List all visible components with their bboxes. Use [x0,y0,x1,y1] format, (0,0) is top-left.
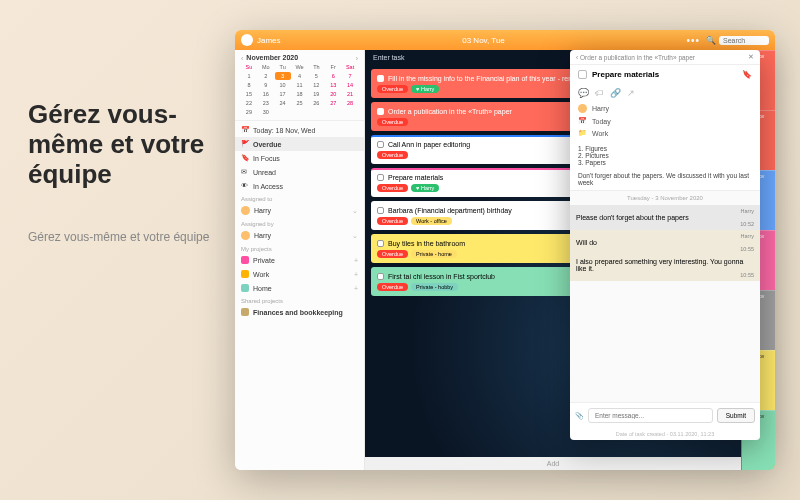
task-pill: Overdue [377,283,408,291]
task-title: First tai chi lesson in Fist sportclub [388,273,495,280]
sidebar-project[interactable]: Home+ [235,281,364,295]
popup-breadcrumb[interactable]: Order a publication in the «Truth» paper [580,54,695,61]
task-detail-popup: ‹ Order a publication in the «Truth» pap… [570,50,760,440]
sidebar-today-label: Today: 18 Nov, Wed [253,127,315,134]
popup-notes-extra: Don't forger about the papers. We discus… [578,172,752,186]
chat-message: HarryPlease don't forget about the paper… [570,205,760,230]
msg-time: 10:52 [576,221,754,227]
bookmark-icon[interactable]: 🔖 [742,70,752,79]
plus-icon[interactable]: + [354,271,358,278]
sidebar-item-unread[interactable]: ✉Unread [235,165,364,179]
task-pill: ♥ Harry [411,184,439,192]
plus-icon[interactable]: + [354,257,358,264]
overdue-icon: 🚩 [241,140,249,148]
task-checkbox[interactable] [377,174,384,181]
task-title: Prepare materials [388,174,443,181]
comment-icon[interactable]: 💬 [578,88,589,98]
avatar-icon [241,231,250,240]
submit-button[interactable]: Submit [717,408,755,423]
tag-icon[interactable]: 🏷 [595,88,604,98]
task-pill: Private - hobby [411,283,458,291]
msg-time: 10:55 [576,246,754,252]
msg-text: Will do [576,239,754,246]
chevron-down-icon[interactable]: ⌄ [352,232,358,240]
task-pill: Overdue [377,250,408,258]
sidebar-item-overdue[interactable]: 🚩Overdue [235,137,364,151]
sidebar-project[interactable]: Private+ [235,253,364,267]
task-title: Call Ann in paper editoring [388,141,470,148]
topbar-date: 03 Nov, Tue [281,36,687,45]
chat-date: Tuesday - 3 November 2020 [570,191,760,205]
color-swatch [241,270,249,278]
popup-title: Prepare materials [592,70,659,79]
popup-assignee[interactable]: Harry [578,102,752,115]
sidebar-section-shared: Shared projects [235,295,364,305]
sidebar-item-in-focus[interactable]: 🔖In Focus [235,151,364,165]
cal-prev-icon[interactable]: ‹ [241,55,243,62]
chat-message: I also prepared something very interesti… [570,255,760,281]
chat-message: HarryWill do10:55 [570,230,760,255]
focus-icon: 🔖 [241,154,249,162]
search-input[interactable] [719,36,769,45]
avatar-icon [578,104,587,113]
task-pill: Overdue [377,85,408,93]
link-icon[interactable]: 🔗 [610,88,621,98]
sidebar-section-assigned-by: Assigned by [235,218,364,228]
task-pill: Private - home [411,250,457,258]
task-checkbox[interactable] [578,70,587,79]
task-title: Barbara (Financial department) birthday [388,207,512,214]
popup-project[interactable]: 📁Work [578,127,752,139]
add-task-button[interactable]: Add [365,457,741,470]
sidebar: ‹ November 2020 › SuMoTuWeThFrSat1234567… [235,50,365,470]
sidebar-section-assigned-to: Assigned to [235,193,364,203]
topbar-user[interactable]: James [257,36,281,45]
calendar-icon: 📅 [241,126,249,134]
task-title: Buy tiles in the bathroom [388,240,465,247]
message-input[interactable] [588,408,713,423]
sidebar-shared-project[interactable]: Finances and bookkeeping [235,305,364,319]
topbar: James 03 Nov, Tue ••• 🔍 [235,30,775,50]
avatar[interactable] [241,34,253,46]
sidebar-project[interactable]: Work+ [235,267,364,281]
color-swatch [241,308,249,316]
avatar-icon [241,206,250,215]
task-pill: Overdue [377,151,408,159]
task-checkbox[interactable] [377,240,384,247]
access-icon: 👁 [241,182,249,190]
close-icon[interactable]: ✕ [748,53,754,61]
task-pill: Overdue [377,184,408,192]
task-title: Order a publication in the «Truth» paper [388,108,512,115]
share-icon[interactable]: ↗ [627,88,635,98]
task-checkbox[interactable] [377,108,384,115]
cal-title: November 2020 [246,54,298,61]
folder-icon: 📁 [578,129,587,137]
sidebar-assigned-by[interactable]: Harry ⌄ [235,228,364,243]
calendar-icon: 📅 [578,117,587,125]
popup-notes-list: 1. Figures 2. Pictures 3. Papers [578,145,752,166]
cal-next-icon[interactable]: › [356,55,358,62]
popup-footer: Date of task created - 03.11.2020, 11:23 [570,428,760,440]
back-icon[interactable]: ‹ [576,54,578,61]
msg-text: I also prepared something very interesti… [576,258,754,272]
hero-sub: Gérez vous-même et votre équipe [28,230,228,244]
topbar-menu-icon[interactable]: ••• [686,35,700,46]
search-icon[interactable]: 🔍 [706,36,716,45]
color-swatch [241,284,249,292]
mini-calendar[interactable]: ‹ November 2020 › SuMoTuWeThFrSat1234567… [235,50,364,121]
sidebar-section-projects: My projects [235,243,364,253]
popup-due[interactable]: 📅Today [578,115,752,127]
task-checkbox[interactable] [377,141,384,148]
plus-icon[interactable]: + [354,285,358,292]
msg-text: Please don't forget about the papers [576,214,754,221]
chevron-down-icon[interactable]: ⌄ [352,207,358,215]
unread-icon: ✉ [241,168,249,176]
task-checkbox[interactable] [377,75,384,82]
task-checkbox[interactable] [377,207,384,214]
task-pill: Overdue [377,217,408,225]
color-swatch [241,256,249,264]
attach-icon[interactable]: 📎 [575,412,584,420]
task-checkbox[interactable] [377,273,384,280]
sidebar-assigned-to[interactable]: Harry ⌄ [235,203,364,218]
sidebar-today[interactable]: 📅 Today: 18 Nov, Wed [235,123,364,137]
sidebar-item-in-access[interactable]: 👁In Access [235,179,364,193]
